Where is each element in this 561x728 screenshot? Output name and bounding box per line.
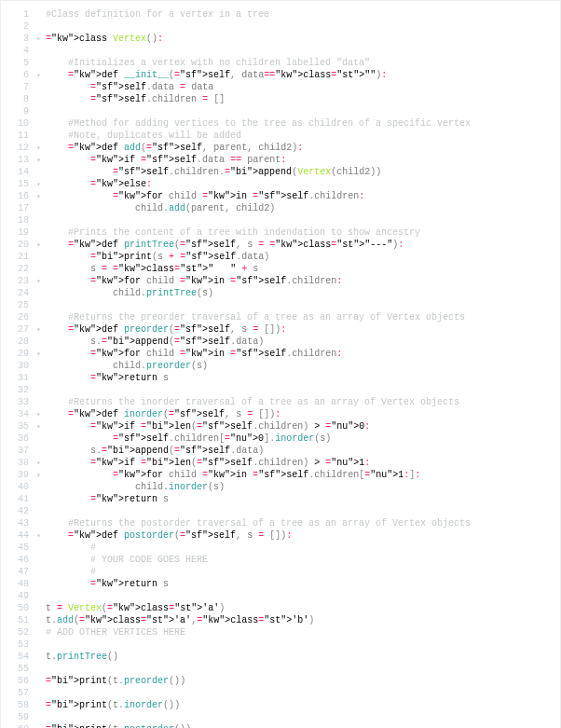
fold-marker: [36, 711, 46, 723]
code-line[interactable]: ="kw">for child ="kw">in ="sf">self.chil…: [46, 348, 556, 360]
code-line[interactable]: ="kw">if ="bi">len(="sf">self.children) …: [46, 457, 556, 469]
code-line[interactable]: ="kw">return s: [46, 372, 556, 384]
code-line[interactable]: child.add(parent, child2): [46, 202, 556, 214]
code-line[interactable]: child.inorder(s): [46, 481, 556, 493]
code-line[interactable]: [46, 639, 556, 651]
line-number: 26: [1, 311, 29, 323]
code-line[interactable]: ="sf">self.children = []: [46, 93, 556, 105]
fold-gutter: ▾▾▾▾▾▾▾▾▾▾▾▾▾▾▾: [36, 8, 46, 728]
code-line[interactable]: s = ="kw">class="st">" " + s: [46, 263, 556, 275]
line-number: 33: [1, 396, 29, 408]
fold-marker: [36, 384, 46, 396]
fold-marker[interactable]: ▾: [36, 323, 46, 336]
code-line[interactable]: ="kw">return s: [46, 493, 556, 505]
code-line[interactable]: [46, 299, 556, 311]
line-number: 20: [1, 239, 29, 251]
fold-marker[interactable]: ▾: [36, 529, 46, 542]
fold-marker[interactable]: ▾: [36, 469, 46, 481]
line-number: 29: [1, 348, 29, 360]
code-line[interactable]: s.="bi">append(="sf">self.data): [46, 445, 556, 457]
code-line[interactable]: #Prints the content of a tree with inden…: [46, 227, 556, 239]
code-line[interactable]: t = Vertex(="kw">class="st">'a'): [46, 602, 556, 614]
code-line[interactable]: ="kw">return s: [46, 578, 556, 590]
fold-marker[interactable]: ▾: [36, 69, 46, 81]
fold-marker: [36, 396, 46, 408]
code-line[interactable]: ="kw">else:: [46, 178, 556, 190]
code-line[interactable]: ="bi">print(t.preorder()): [46, 675, 556, 687]
code-line[interactable]: s.="bi">append(="sf">self.data): [46, 336, 556, 348]
code-line[interactable]: #Method for adding vertices to the tree …: [46, 117, 556, 130]
code-line[interactable]: t.add(="kw">class="st">'a',="kw">class="…: [46, 614, 556, 626]
line-number: 43: [1, 517, 29, 529]
code-line[interactable]: ="sf">self.children[="nu">0].inorder(s): [46, 433, 556, 445]
code-line[interactable]: ="sf">self.data = data: [46, 81, 556, 93]
code-line[interactable]: [46, 384, 556, 396]
code-line[interactable]: #Note, duplicates will be added: [46, 130, 556, 142]
line-number: 56: [1, 675, 29, 687]
fold-marker: [36, 517, 46, 529]
code-line[interactable]: # ADD OTHER VERTICES HERE: [46, 626, 556, 639]
code-line[interactable]: [46, 45, 556, 57]
code-line[interactable]: #Returns the inorder traversal of a tree…: [46, 396, 556, 408]
fold-marker[interactable]: ▾: [36, 178, 46, 190]
code-line[interactable]: ="kw">for child ="kw">in ="sf">self.chil…: [46, 275, 556, 287]
code-line[interactable]: ="kw">for child ="kw">in ="sf">self.chil…: [46, 469, 556, 481]
fold-marker[interactable]: ▾: [36, 33, 46, 45]
fold-marker: [36, 639, 46, 651]
code-line[interactable]: ="bi">print(t.inorder()): [46, 699, 556, 711]
code-line[interactable]: ="kw">if ="sf">self.data == parent:: [46, 154, 556, 166]
fold-marker[interactable]: ▾: [36, 239, 46, 251]
code-line[interactable]: ="bi">print(t.postorder()): [46, 723, 556, 728]
code-line[interactable]: ="bi">print(s + ="sf">self.data): [46, 251, 556, 263]
code-line[interactable]: # YOUR CODE GOES HERE: [46, 554, 556, 566]
fold-marker[interactable]: ▾: [36, 190, 46, 202]
line-number-gutter: 1234567891011121314151617181920212223242…: [1, 8, 36, 728]
fold-marker[interactable]: ▾: [36, 457, 46, 469]
line-number: 31: [1, 372, 29, 384]
code-line[interactable]: ="kw">class Vertex():: [46, 33, 556, 45]
line-number: 30: [1, 360, 29, 372]
fold-marker[interactable]: ▾: [36, 348, 46, 360]
code-line[interactable]: [46, 590, 556, 602]
code-line[interactable]: ="kw">if ="bi">len(="sf">self.children) …: [46, 420, 556, 433]
code-area[interactable]: #Class definition for a vertex in a tree…: [46, 8, 556, 728]
code-line[interactable]: #Returns the postorder traversal of a tr…: [46, 517, 556, 529]
code-line[interactable]: ="kw">for child ="kw">in ="sf">self.chil…: [46, 190, 556, 202]
code-line[interactable]: [46, 711, 556, 723]
fold-marker[interactable]: ▾: [36, 275, 46, 287]
line-number: 48: [1, 578, 29, 590]
line-number: 42: [1, 505, 29, 517]
code-line[interactable]: [46, 505, 556, 517]
code-line[interactable]: child.printTree(s): [46, 287, 556, 299]
code-line[interactable]: [46, 214, 556, 227]
fold-marker[interactable]: ▾: [36, 142, 46, 154]
line-number: 60: [1, 723, 29, 728]
code-line[interactable]: [46, 687, 556, 699]
code-line[interactable]: #Class definition for a vertex in a tree: [46, 8, 556, 21]
code-line[interactable]: ="kw">def add(="sf">self, parent, child2…: [46, 142, 556, 154]
code-line[interactable]: ="kw">def preorder(="sf">self, s = []):: [46, 323, 556, 336]
code-line[interactable]: ="kw">def printTree(="sf">self, s = ="kw…: [46, 239, 556, 251]
code-line[interactable]: #: [46, 542, 556, 554]
code-line[interactable]: #Initializes a vertex with no children l…: [46, 57, 556, 69]
line-number: 24: [1, 287, 29, 299]
line-number: 16: [1, 190, 29, 202]
code-line[interactable]: #Returns the preorder traversal of a tre…: [46, 311, 556, 323]
code-line[interactable]: ="kw">def __init__(="sf">self, data=="kw…: [46, 69, 556, 81]
code-line[interactable]: [46, 21, 556, 33]
fold-marker: [36, 566, 46, 578]
code-line[interactable]: ="sf">self.children.="bi">append(Vertex(…: [46, 166, 556, 178]
code-line[interactable]: ="kw">def inorder(="sf">self, s = []):: [46, 408, 556, 420]
fold-marker[interactable]: ▾: [36, 408, 46, 420]
code-line[interactable]: #: [46, 566, 556, 578]
line-number: 36: [1, 433, 29, 445]
code-line[interactable]: t.printTree(): [46, 651, 556, 663]
code-line[interactable]: child.preorder(s): [46, 360, 556, 372]
fold-marker: [36, 311, 46, 323]
fold-marker[interactable]: ▾: [36, 154, 46, 166]
code-line[interactable]: ="kw">def postorder(="sf">self, s = []):: [46, 529, 556, 542]
code-line[interactable]: [46, 663, 556, 675]
code-line[interactable]: [46, 105, 556, 117]
fold-marker[interactable]: ▾: [36, 420, 46, 433]
fold-marker: [36, 45, 46, 57]
